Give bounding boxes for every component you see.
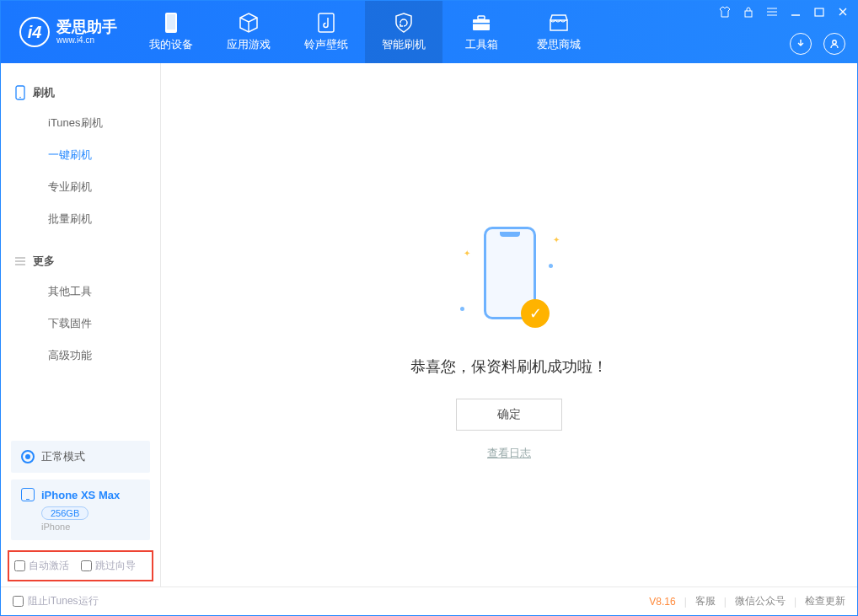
phone-icon <box>14 85 26 100</box>
menu-icon[interactable] <box>766 6 778 18</box>
device-type: iPhone <box>41 522 140 532</box>
view-log-link[interactable]: 查看日志 <box>487 446 531 461</box>
list-icon <box>14 255 26 267</box>
status-bar: 阻止iTunes运行 V8.16 | 客服 | 微信公众号 | 检查更新 <box>1 587 857 615</box>
lock-icon[interactable] <box>743 6 754 18</box>
svg-rect-4 <box>478 16 485 19</box>
dot-icon <box>549 264 553 268</box>
device-name: iPhone XS Max <box>41 489 120 501</box>
app-title: 爱思助手 <box>56 19 117 36</box>
device-box[interactable]: iPhone XS Max 256GB iPhone <box>11 479 150 540</box>
download-button[interactable] <box>790 33 812 55</box>
sidebar-group-flash: 刷机 <box>1 78 160 107</box>
svg-rect-5 <box>473 23 490 24</box>
nav-label: 智能刷机 <box>382 37 426 52</box>
cube-icon <box>238 12 260 34</box>
device-storage: 256GB <box>41 506 88 520</box>
refresh-shield-icon <box>393 12 415 34</box>
sidebar-item-one-click-flash[interactable]: 一键刷机 <box>1 139 160 171</box>
checkbox-input[interactable] <box>81 560 92 571</box>
nav-tabs: 我的设备 应用游戏 铃声壁纸 智能刷机 工具箱 爱思商城 <box>132 1 598 63</box>
user-button[interactable] <box>823 33 845 55</box>
sidebar-item-download-firmware[interactable]: 下载固件 <box>1 308 160 340</box>
success-illustration: ✦ ✦ ✓ <box>458 223 560 333</box>
mode-icon <box>21 450 35 463</box>
nav-label: 铃声壁纸 <box>304 37 348 52</box>
sidebar-item-pro-flash[interactable]: 专业刷机 <box>1 171 160 203</box>
checkbox-input[interactable] <box>13 596 24 607</box>
nav-label: 爱思商城 <box>537 37 581 52</box>
svg-rect-7 <box>815 8 823 16</box>
nav-label: 工具箱 <box>465 37 498 52</box>
nav-tab-apps-games[interactable]: 应用游戏 <box>210 1 287 63</box>
ok-button[interactable]: 确定 <box>456 399 562 431</box>
nav-tab-store[interactable]: 爱思商城 <box>520 1 598 63</box>
svg-rect-1 <box>167 14 175 29</box>
toolbox-icon <box>470 12 492 34</box>
nav-tab-toolbox[interactable]: 工具箱 <box>442 1 520 63</box>
sparkle-icon: ✦ <box>553 235 560 244</box>
footer-link-support[interactable]: 客服 <box>695 594 716 608</box>
device-icon <box>160 12 182 34</box>
maximize-button[interactable] <box>813 6 825 18</box>
nav-tab-ringtones[interactable]: 铃声壁纸 <box>287 1 365 63</box>
svg-rect-2 <box>319 13 334 32</box>
checkbox-skip-guide[interactable]: 跳过向导 <box>81 559 136 573</box>
close-button[interactable] <box>837 6 849 18</box>
checkbox-auto-activate[interactable]: 自动激活 <box>14 559 69 573</box>
footer-link-check-update[interactable]: 检查更新 <box>805 594 845 608</box>
checkbox-block-itunes[interactable]: 阻止iTunes运行 <box>13 594 99 608</box>
device-small-icon <box>21 488 35 501</box>
svg-point-8 <box>833 40 836 44</box>
logo-icon: i4 <box>19 17 50 47</box>
nav-tab-smart-flash[interactable]: 智能刷机 <box>365 1 442 63</box>
version-label: V8.16 <box>649 596 675 608</box>
sidebar-group-more: 更多 <box>1 247 160 276</box>
sidebar-item-batch-flash[interactable]: 批量刷机 <box>1 203 160 235</box>
options-highlight-box: 自动激活 跳过向导 <box>8 550 153 581</box>
check-badge-icon: ✓ <box>521 299 550 328</box>
dot-icon <box>460 307 464 311</box>
logo: i4 爱思助手 www.i4.cn <box>1 17 132 47</box>
main-content: ✦ ✦ ✓ 恭喜您，保资料刷机成功啦！ 确定 查看日志 <box>161 63 857 587</box>
nav-tab-my-device[interactable]: 我的设备 <box>132 1 210 63</box>
sparkle-icon: ✦ <box>464 249 470 258</box>
music-icon <box>315 12 337 34</box>
sidebar-item-advanced[interactable]: 高级功能 <box>1 340 160 372</box>
nav-label: 应用游戏 <box>227 37 271 52</box>
sidebar: 刷机 iTunes刷机 一键刷机 专业刷机 批量刷机 更多 其他工具 下载固件 … <box>1 63 161 587</box>
svg-rect-6 <box>745 11 752 17</box>
mode-box[interactable]: 正常模式 <box>11 441 150 473</box>
nav-label: 我的设备 <box>149 37 193 52</box>
app-subtitle: www.i4.cn <box>56 35 117 45</box>
checkbox-input[interactable] <box>14 560 25 571</box>
mode-label: 正常模式 <box>41 449 85 464</box>
svg-rect-3 <box>473 19 490 30</box>
shirt-icon[interactable] <box>719 6 731 18</box>
minimize-button[interactable] <box>790 6 802 18</box>
store-icon <box>548 12 570 34</box>
sidebar-item-other-tools[interactable]: 其他工具 <box>1 276 160 308</box>
success-message: 恭喜您，保资料刷机成功啦！ <box>410 356 608 377</box>
footer-link-wechat[interactable]: 微信公众号 <box>735 594 786 608</box>
title-bar: i4 爱思助手 www.i4.cn 我的设备 应用游戏 铃声壁纸 智能刷机 <box>1 1 857 63</box>
svg-point-10 <box>19 97 21 99</box>
sidebar-item-itunes-flash[interactable]: iTunes刷机 <box>1 107 160 139</box>
